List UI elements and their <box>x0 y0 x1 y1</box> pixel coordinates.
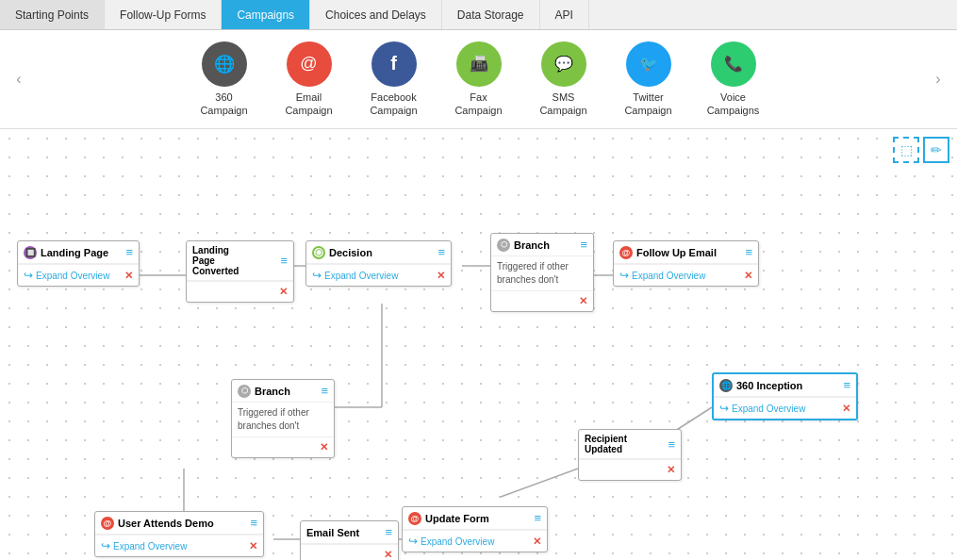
branch-mid-footer: ✕ <box>232 436 334 457</box>
scroll-right-arrow[interactable]: › <box>929 71 948 88</box>
decision-expand-label: Expand Overview <box>324 271 398 281</box>
landing-converted-close[interactable]: ✕ <box>279 286 288 298</box>
user-attends-footer: ↪ Expand Overview ✕ <box>95 535 263 556</box>
decision-close[interactable]: ✕ <box>437 270 445 282</box>
scroll-left-arrow[interactable]: ‹ <box>9 71 28 88</box>
follow-up-close[interactable]: ✕ <box>744 270 752 282</box>
recipient-updated-header: RecipientUpdated ≡ <box>579 430 681 459</box>
update-form-footer: ↪ Expand Overview ✕ <box>403 530 547 552</box>
voice-campaign-label: Voice Campaigns <box>701 91 767 118</box>
nav-data-storage[interactable]: Data Storage <box>442 0 540 29</box>
follow-up-email-expand[interactable]: ↪ Expand Overview <box>619 269 705 282</box>
email-campaign-label: Email Campaign <box>276 91 342 118</box>
branch-top-menu[interactable]: ≡ <box>580 238 587 252</box>
follow-up-expand-label: Expand Overview <box>632 271 705 281</box>
decision-expand-icon: ↪ <box>312 269 322 282</box>
recipient-updated-menu[interactable]: ≡ <box>668 437 675 452</box>
email-sent-title: Email Sent <box>306 527 359 538</box>
email-sent-close[interactable]: ✕ <box>384 549 392 560</box>
landing-page-close[interactable]: ✕ <box>124 270 133 282</box>
landing-page-title: Landing Page <box>41 247 108 258</box>
user-attends-header: @ User Attends Demo ≡ <box>95 512 263 535</box>
inception-360-expand[interactable]: ↪ Expand Overview <box>719 402 805 415</box>
node-user-attends-demo: @ User Attends Demo ≡ ↪ Expand Overview … <box>94 511 264 557</box>
campaign-fax[interactable]: 📠 Fax Campaign <box>446 41 512 118</box>
node-decision: ⬡ Decision ≡ ↪ Expand Overview ✕ <box>305 240 452 287</box>
nav-campaigns[interactable]: Campaigns <box>222 0 310 29</box>
landing-page-expand[interactable]: ↪ Expand Overview <box>24 269 109 282</box>
branch-mid-menu[interactable]: ≡ <box>321 384 328 398</box>
landing-converted-header: LandingPageConverted ≡ <box>187 241 293 281</box>
branch-top-title: Branch <box>514 239 550 251</box>
decision-icon: ⬡ <box>312 246 325 259</box>
email-sent-footer: ✕ <box>301 544 398 560</box>
inception-360-close[interactable]: ✕ <box>842 403 850 415</box>
inception-360-menu[interactable]: ≡ <box>843 378 850 392</box>
follow-up-email-title: Follow Up Email <box>636 247 717 258</box>
landing-page-menu[interactable]: ≡ <box>125 245 133 259</box>
nav-choices-delays[interactable]: Choices and Delays <box>310 0 442 29</box>
branch-mid-close[interactable]: ✕ <box>320 441 328 453</box>
nav-starting-points[interactable]: Starting Points <box>0 0 105 29</box>
360-campaign-icon: 🌐 <box>202 41 247 87</box>
decision-expand[interactable]: ↪ Expand Overview <box>312 269 398 282</box>
recipient-updated-title: RecipientUpdated <box>585 434 627 454</box>
node-follow-up-email: @ Follow Up Email ≡ ↪ Expand Overview ✕ <box>613 240 759 287</box>
decision-header: ⬡ Decision ≡ <box>306 241 451 264</box>
user-attends-close[interactable]: ✕ <box>249 540 257 552</box>
inception-360-expand-icon: ↪ <box>719 402 729 415</box>
decision-footer: ↪ Expand Overview ✕ <box>306 264 451 286</box>
svg-line-9 <box>501 469 578 497</box>
landing-converted-menu[interactable]: ≡ <box>280 254 288 268</box>
user-attends-menu[interactable]: ≡ <box>250 516 257 530</box>
update-form-close[interactable]: ✕ <box>533 535 541 548</box>
branch-mid-title: Branch <box>255 386 290 397</box>
360-campaign-label: 360 Campaign <box>191 91 257 118</box>
user-attends-expand-icon: ↪ <box>101 539 110 552</box>
twitter-campaign-icon: 🐦 <box>626 41 671 87</box>
campaign-twitter[interactable]: 🐦 Twitter Campaign <box>616 41 682 118</box>
campaign-360[interactable]: 🌐 360 Campaign <box>191 41 257 118</box>
expand-arrow-icon: ↪ <box>24 269 33 282</box>
connections-svg <box>0 129 957 560</box>
decision-title: Decision <box>329 247 372 258</box>
user-attends-expand[interactable]: ↪ Expand Overview <box>101 539 187 552</box>
inception-360-icon: 🌐 <box>719 379 733 392</box>
voice-campaign-icon: 📞 <box>711 41 756 87</box>
fax-campaign-icon: 📠 <box>456 41 502 87</box>
user-attends-icon: @ <box>101 517 114 530</box>
landing-converted-title: LandingPageConverted <box>192 245 239 276</box>
node-recipient-updated: RecipientUpdated ≡ ✕ <box>578 429 682 481</box>
campaigns-row: ‹ 🌐 360 Campaign @ Email Campaign f Face… <box>0 30 957 129</box>
recipient-updated-footer: ✕ <box>579 459 681 480</box>
update-form-menu[interactable]: ≡ <box>534 511 541 525</box>
decision-menu[interactable]: ≡ <box>437 245 445 259</box>
follow-up-email-icon: @ <box>619 246 633 259</box>
branch-top-close[interactable]: ✕ <box>579 295 587 307</box>
inception-360-footer: ↪ Expand Overview ✕ <box>714 397 856 419</box>
user-attends-expand-label: Expand Overview <box>113 541 187 552</box>
recipient-updated-close[interactable]: ✕ <box>667 464 675 476</box>
campaign-email[interactable]: @ Email Campaign <box>276 41 342 118</box>
flow-canvas: ⬚ ✏ 🔲 Landing Page ≡ <box>0 129 957 560</box>
update-form-icon: @ <box>408 512 421 525</box>
inception-360-header: 🌐 360 Inception ≡ <box>714 374 856 397</box>
branch-mid-header: ⬡ Branch ≡ <box>232 380 334 403</box>
campaign-facebook[interactable]: f Facebook Campaign <box>361 41 427 118</box>
user-attends-title: User Attends Demo <box>118 518 214 529</box>
pencil-tool-button[interactable]: ✏ <box>923 137 949 163</box>
follow-up-email-menu[interactable]: ≡ <box>745 245 752 259</box>
email-campaign-icon: @ <box>287 41 332 87</box>
node-360-inception: 🌐 360 Inception ≡ ↪ Expand Overview ✕ <box>712 372 858 420</box>
sms-campaign-label: SMS Campaign <box>531 91 597 118</box>
email-sent-menu[interactable]: ≡ <box>385 525 392 539</box>
node-landing-page-header: 🔲 Landing Page ≡ <box>18 241 139 264</box>
branch-top-body: Triggered if other branches don't <box>491 256 593 290</box>
nav-follow-up-forms[interactable]: Follow-Up Forms <box>105 0 222 29</box>
update-form-expand[interactable]: ↪ Expand Overview <box>408 535 494 548</box>
nav-api[interactable]: API <box>540 0 589 29</box>
landing-page-icon: 🔲 <box>24 246 37 259</box>
campaign-voice[interactable]: 📞 Voice Campaigns <box>701 41 767 118</box>
select-tool-button[interactable]: ⬚ <box>893 137 919 163</box>
campaign-sms[interactable]: 💬 SMS Campaign <box>531 41 597 118</box>
